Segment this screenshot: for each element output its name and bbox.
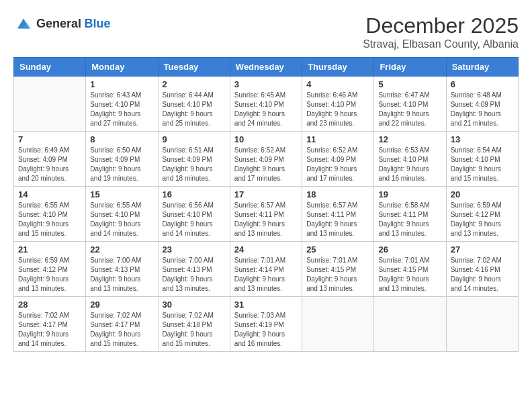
day-info: Sunrise: 7:03 AMSunset: 4:19 PMDaylight:… — [234, 311, 298, 349]
calendar-day-cell: 17Sunrise: 6:57 AMSunset: 4:11 PMDayligh… — [230, 187, 302, 242]
calendar-day-cell: 30Sunrise: 7:02 AMSunset: 4:18 PMDayligh… — [158, 297, 230, 352]
calendar-week-row: 1Sunrise: 6:43 AMSunset: 4:10 PMDaylight… — [14, 77, 519, 132]
calendar-week-row: 21Sunrise: 6:59 AMSunset: 4:12 PMDayligh… — [14, 242, 519, 297]
day-info: Sunrise: 6:48 AMSunset: 4:09 PMDaylight:… — [451, 91, 514, 128]
day-number: 5 — [378, 79, 441, 89]
day-info: Sunrise: 7:02 AMSunset: 4:18 PMDaylight:… — [163, 311, 226, 349]
calendar-day-cell: 8Sunrise: 6:50 AMSunset: 4:09 PMDaylight… — [86, 132, 158, 187]
calendar-day-cell: 27Sunrise: 7:02 AMSunset: 4:16 PMDayligh… — [446, 242, 518, 297]
day-info: Sunrise: 6:52 AMSunset: 4:09 PMDaylight:… — [234, 146, 298, 183]
day-number: 8 — [90, 134, 153, 144]
day-info: Sunrise: 6:49 AMSunset: 4:09 PMDaylight:… — [18, 146, 81, 183]
day-info: Sunrise: 6:44 AMSunset: 4:10 PMDaylight:… — [163, 91, 226, 128]
day-number: 2 — [163, 79, 226, 89]
calendar-day-cell: 29Sunrise: 7:02 AMSunset: 4:17 PMDayligh… — [86, 297, 158, 352]
day-number: 23 — [163, 244, 226, 255]
logo-general: General — [36, 17, 81, 30]
calendar-day-cell — [14, 77, 86, 132]
day-info: Sunrise: 7:01 AMSunset: 4:14 PMDaylight:… — [234, 256, 298, 293]
day-info: Sunrise: 6:45 AMSunset: 4:10 PMDaylight:… — [234, 91, 298, 128]
day-of-week-header: Saturday — [446, 58, 518, 77]
day-number: 14 — [18, 189, 81, 199]
day-number: 6 — [451, 79, 514, 89]
day-of-week-header: Wednesday — [230, 58, 302, 77]
calendar-day-cell: 26Sunrise: 7:01 AMSunset: 4:15 PMDayligh… — [374, 242, 446, 297]
calendar-week-row: 14Sunrise: 6:55 AMSunset: 4:10 PMDayligh… — [14, 187, 519, 242]
day-info: Sunrise: 6:52 AMSunset: 4:09 PMDaylight:… — [306, 146, 369, 183]
calendar-day-cell: 6Sunrise: 6:48 AMSunset: 4:09 PMDaylight… — [446, 77, 518, 132]
calendar-day-cell: 7Sunrise: 6:49 AMSunset: 4:09 PMDaylight… — [14, 132, 86, 187]
calendar-header-row: SundayMondayTuesdayWednesdayThursdayFrid… — [14, 58, 519, 77]
calendar-day-cell: 21Sunrise: 6:59 AMSunset: 4:12 PMDayligh… — [14, 242, 86, 297]
calendar-day-cell: 3Sunrise: 6:45 AMSunset: 4:10 PMDaylight… — [230, 77, 302, 132]
day-number: 15 — [90, 189, 153, 199]
calendar-week-row: 7Sunrise: 6:49 AMSunset: 4:09 PMDaylight… — [14, 132, 519, 187]
day-of-week-header: Sunday — [14, 58, 86, 77]
calendar-week-row: 28Sunrise: 7:02 AMSunset: 4:17 PMDayligh… — [14, 297, 519, 352]
day-number: 9 — [163, 134, 226, 144]
day-number: 17 — [234, 189, 298, 199]
calendar-day-cell — [374, 297, 446, 352]
calendar-day-cell: 14Sunrise: 6:55 AMSunset: 4:10 PMDayligh… — [14, 187, 86, 242]
logo-icon — [13, 13, 34, 34]
day-info: Sunrise: 6:50 AMSunset: 4:09 PMDaylight:… — [90, 146, 153, 183]
day-info: Sunrise: 6:51 AMSunset: 4:09 PMDaylight:… — [163, 146, 226, 183]
day-number: 7 — [18, 134, 81, 144]
calendar-day-cell: 2Sunrise: 6:44 AMSunset: 4:10 PMDaylight… — [158, 77, 230, 132]
day-number: 1 — [90, 79, 153, 89]
day-info: Sunrise: 6:57 AMSunset: 4:11 PMDaylight:… — [234, 201, 298, 238]
day-number: 21 — [18, 244, 81, 255]
day-info: Sunrise: 6:43 AMSunset: 4:10 PMDaylight:… — [90, 91, 153, 128]
calendar-day-cell: 31Sunrise: 7:03 AMSunset: 4:19 PMDayligh… — [230, 297, 302, 352]
month-title: December 2025 — [363, 13, 519, 38]
day-number: 12 — [378, 134, 441, 144]
calendar-day-cell: 15Sunrise: 6:55 AMSunset: 4:10 PMDayligh… — [86, 187, 158, 242]
day-info: Sunrise: 6:59 AMSunset: 4:12 PMDaylight:… — [18, 256, 81, 293]
calendar-day-cell: 24Sunrise: 7:01 AMSunset: 4:14 PMDayligh… — [230, 242, 302, 297]
day-number: 10 — [234, 134, 298, 144]
day-info: Sunrise: 7:01 AMSunset: 4:15 PMDaylight:… — [378, 256, 441, 293]
day-info: Sunrise: 6:57 AMSunset: 4:11 PMDaylight:… — [306, 201, 369, 238]
page-header: General Blue December 2025 Stravaj, Elba… — [13, 13, 519, 50]
day-info: Sunrise: 6:54 AMSunset: 4:10 PMDaylight:… — [451, 146, 514, 183]
day-of-week-header: Thursday — [302, 58, 374, 77]
day-info: Sunrise: 6:53 AMSunset: 4:10 PMDaylight:… — [378, 146, 441, 183]
calendar-day-cell: 11Sunrise: 6:52 AMSunset: 4:09 PMDayligh… — [302, 132, 374, 187]
calendar-day-cell: 23Sunrise: 7:00 AMSunset: 4:13 PMDayligh… — [158, 242, 230, 297]
day-number: 16 — [163, 189, 226, 199]
calendar-day-cell: 20Sunrise: 6:59 AMSunset: 4:12 PMDayligh… — [446, 187, 518, 242]
day-number: 24 — [234, 244, 298, 255]
calendar-day-cell: 10Sunrise: 6:52 AMSunset: 4:09 PMDayligh… — [230, 132, 302, 187]
day-info: Sunrise: 7:00 AMSunset: 4:13 PMDaylight:… — [163, 256, 226, 293]
day-number: 30 — [163, 300, 226, 310]
day-info: Sunrise: 6:55 AMSunset: 4:10 PMDaylight:… — [18, 201, 81, 238]
day-of-week-header: Friday — [374, 58, 446, 77]
day-number: 26 — [378, 244, 441, 255]
calendar-day-cell: 22Sunrise: 7:00 AMSunset: 4:13 PMDayligh… — [86, 242, 158, 297]
day-info: Sunrise: 7:02 AMSunset: 4:17 PMDaylight:… — [18, 311, 81, 349]
day-number: 3 — [234, 79, 298, 89]
calendar-day-cell: 13Sunrise: 6:54 AMSunset: 4:10 PMDayligh… — [446, 132, 518, 187]
calendar-day-cell: 18Sunrise: 6:57 AMSunset: 4:11 PMDayligh… — [302, 187, 374, 242]
location-title: Stravaj, Elbasan County, Albania — [363, 38, 519, 50]
day-number: 20 — [451, 189, 514, 199]
calendar-day-cell: 19Sunrise: 6:58 AMSunset: 4:11 PMDayligh… — [374, 187, 446, 242]
day-info: Sunrise: 6:46 AMSunset: 4:10 PMDaylight:… — [306, 91, 369, 128]
day-info: Sunrise: 6:59 AMSunset: 4:12 PMDaylight:… — [451, 201, 514, 238]
day-number: 11 — [306, 134, 369, 144]
calendar-day-cell: 28Sunrise: 7:02 AMSunset: 4:17 PMDayligh… — [14, 297, 86, 352]
calendar-day-cell — [446, 297, 518, 352]
day-info: Sunrise: 6:55 AMSunset: 4:10 PMDaylight:… — [90, 201, 153, 238]
calendar-day-cell: 5Sunrise: 6:47 AMSunset: 4:10 PMDaylight… — [374, 77, 446, 132]
day-info: Sunrise: 7:01 AMSunset: 4:15 PMDaylight:… — [306, 256, 369, 293]
calendar-day-cell: 12Sunrise: 6:53 AMSunset: 4:10 PMDayligh… — [374, 132, 446, 187]
calendar-day-cell: 1Sunrise: 6:43 AMSunset: 4:10 PMDaylight… — [86, 77, 158, 132]
day-info: Sunrise: 6:58 AMSunset: 4:11 PMDaylight:… — [378, 201, 441, 238]
day-info: Sunrise: 7:00 AMSunset: 4:13 PMDaylight:… — [90, 256, 153, 293]
day-number: 31 — [234, 300, 298, 310]
calendar-day-cell: 16Sunrise: 6:56 AMSunset: 4:10 PMDayligh… — [158, 187, 230, 242]
day-number: 27 — [451, 244, 514, 255]
day-number: 25 — [306, 244, 369, 255]
day-number: 4 — [306, 79, 369, 89]
calendar-day-cell — [302, 297, 374, 352]
